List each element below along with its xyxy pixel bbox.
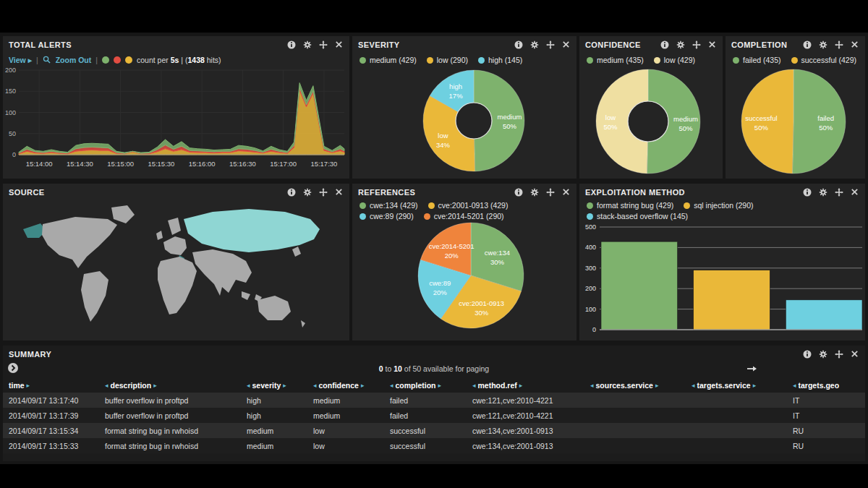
info-icon[interactable]	[287, 188, 296, 197]
sort-left-icon[interactable]: ◂	[590, 382, 594, 389]
gear-icon[interactable]	[819, 350, 827, 359]
sort-left-icon[interactable]: ◂	[472, 382, 476, 389]
zoom-out-link[interactable]: Zoom Out	[56, 56, 92, 64]
column-header-method.ref[interactable]: ◂method.ref▸	[467, 381, 584, 390]
column-header-targets.geo[interactable]: ◂targets.geo	[787, 381, 865, 390]
sort-right-icon[interactable]: ▸	[519, 382, 523, 389]
column-header-confidence[interactable]: ◂confidence▸	[307, 381, 384, 390]
legend-item[interactable]: medium (429)	[359, 56, 417, 64]
gear-icon[interactable]	[676, 40, 685, 49]
info-icon[interactable]	[803, 188, 812, 197]
move-icon[interactable]	[835, 40, 843, 49]
gear-icon[interactable]	[303, 40, 312, 49]
column-header-completion[interactable]: ◂completion▸	[384, 381, 467, 390]
close-icon[interactable]	[562, 40, 571, 49]
sort-right-icon[interactable]: ▸	[283, 382, 286, 389]
gear-icon[interactable]	[530, 188, 539, 197]
legend-item[interactable]: cve:2014-5201 (290)	[424, 212, 504, 221]
move-icon[interactable]	[319, 40, 328, 49]
references-pie-chart[interactable]: cwe:13430%cve:2001-091330%cwe:8920%cve:2…	[352, 221, 576, 333]
sort-right-icon[interactable]: ▸	[753, 382, 757, 389]
table-row[interactable]: 2014/09/17 13:15:33format string bug in …	[3, 438, 865, 453]
sort-right-icon[interactable]: ▸	[438, 382, 442, 389]
column-label: completion	[396, 381, 436, 390]
total-alerts-area-chart[interactable]: 15:14:0015:14:3015:15:0015:15:3015:16:00…	[3, 67, 349, 175]
column-header-time[interactable]: time▸	[3, 381, 99, 390]
country-new-zealand	[301, 320, 305, 328]
sort-right-icon[interactable]: ▸	[361, 382, 365, 389]
legend-item[interactable]: stack-based overflow (145)	[587, 212, 688, 221]
red-series-dot[interactable]	[114, 56, 121, 64]
sort-right-icon[interactable]: ▸	[655, 382, 659, 389]
gear-icon[interactable]	[303, 188, 312, 197]
legend-item[interactable]: cwe:89 (290)	[359, 212, 414, 221]
sort-left-icon[interactable]: ◂	[105, 382, 109, 389]
sort-left-icon[interactable]: ◂	[247, 382, 250, 389]
table-cell: 2014/09/17 13:15:33	[3, 442, 99, 450]
column-header-targets.service[interactable]: ◂targets.service▸	[686, 381, 787, 390]
svg-text:0: 0	[592, 326, 596, 333]
table-row[interactable]: 2014/09/17 13:17:39buffer overflow in pr…	[3, 408, 865, 423]
legend-item[interactable]: medium (435)	[587, 56, 644, 64]
legend-item[interactable]: high (145)	[478, 56, 522, 64]
confidence-pie-chart[interactable]: medium50%low50%	[579, 67, 723, 176]
move-icon[interactable]	[546, 40, 555, 49]
legend-item[interactable]: sql injection (290)	[684, 201, 753, 210]
info-icon[interactable]	[287, 40, 296, 49]
legend-label: cwe:134 (429)	[370, 201, 418, 210]
gear-icon[interactable]	[819, 188, 827, 197]
close-icon[interactable]	[851, 350, 859, 359]
move-icon[interactable]	[835, 350, 843, 359]
yellow-series-dot[interactable]	[125, 56, 132, 64]
close-icon[interactable]	[851, 188, 859, 197]
completion-pie-chart[interactable]: failed50%successful50%	[726, 67, 865, 176]
table-row[interactable]: 2014/09/17 13:17:40buffer overflow in pr…	[3, 393, 865, 408]
legend-label: medium (435)	[597, 56, 644, 64]
column-header-severity[interactable]: ◂severity▸	[241, 381, 307, 390]
column-header-sources.service[interactable]: ◂sources.service▸	[584, 381, 686, 390]
references-legend: cwe:134 (429)cve:2001-0913 (429)cwe:89 (…	[352, 199, 576, 221]
move-icon[interactable]	[835, 188, 843, 197]
table-row[interactable]: 2014/09/17 13:15:34format string bug in …	[3, 423, 865, 438]
sort-right-icon[interactable]: ▸	[153, 382, 157, 389]
sort-left-icon[interactable]: ◂	[793, 382, 796, 389]
severity-pie-chart[interactable]: medium50%low34%high17%	[352, 67, 576, 176]
legend-item[interactable]: successful (429)	[791, 56, 856, 64]
legend-item[interactable]: cwe:134 (429)	[359, 201, 418, 210]
legend-item[interactable]: low (290)	[427, 56, 468, 64]
gear-icon[interactable]	[530, 40, 539, 49]
world-map[interactable]	[3, 199, 349, 336]
close-icon[interactable]	[335, 40, 344, 49]
green-series-dot[interactable]	[102, 56, 109, 64]
info-icon[interactable]	[514, 40, 523, 49]
sort-left-icon[interactable]: ◂	[692, 382, 695, 389]
close-icon[interactable]	[708, 40, 717, 49]
close-icon[interactable]	[851, 40, 859, 49]
legend-item[interactable]: failed (435)	[733, 56, 781, 64]
legend-item[interactable]: format string bug (429)	[587, 201, 673, 210]
close-icon[interactable]	[562, 188, 571, 197]
sort-left-icon[interactable]: ◂	[390, 382, 393, 389]
move-icon[interactable]	[546, 188, 555, 197]
close-icon[interactable]	[335, 188, 344, 197]
move-icon[interactable]	[319, 188, 328, 197]
column-label: description	[111, 381, 152, 390]
info-icon[interactable]	[660, 40, 669, 49]
info-icon[interactable]	[514, 188, 523, 197]
column-header-description[interactable]: ◂description▸	[99, 381, 241, 390]
exploitation-bar-chart[interactable]: 0100200300400500	[579, 221, 865, 343]
svg-text:15:15:30: 15:15:30	[148, 160, 174, 168]
next-page-arrow[interactable]	[746, 365, 757, 372]
info-icon[interactable]	[803, 350, 812, 359]
sort-left-icon[interactable]: ◂	[313, 382, 317, 389]
info-icon[interactable]	[803, 40, 812, 49]
legend-dot	[654, 57, 660, 64]
legend-item[interactable]: low (429)	[654, 56, 695, 64]
gear-icon[interactable]	[819, 40, 827, 49]
country-russia[interactable]	[184, 209, 320, 252]
magnifier-icon[interactable]	[43, 56, 51, 64]
move-icon[interactable]	[692, 40, 701, 49]
legend-item[interactable]: cve:2001-0913 (429)	[428, 201, 509, 210]
view-menu[interactable]: View ▸	[9, 56, 32, 64]
sort-right-icon[interactable]: ▸	[27, 382, 30, 389]
